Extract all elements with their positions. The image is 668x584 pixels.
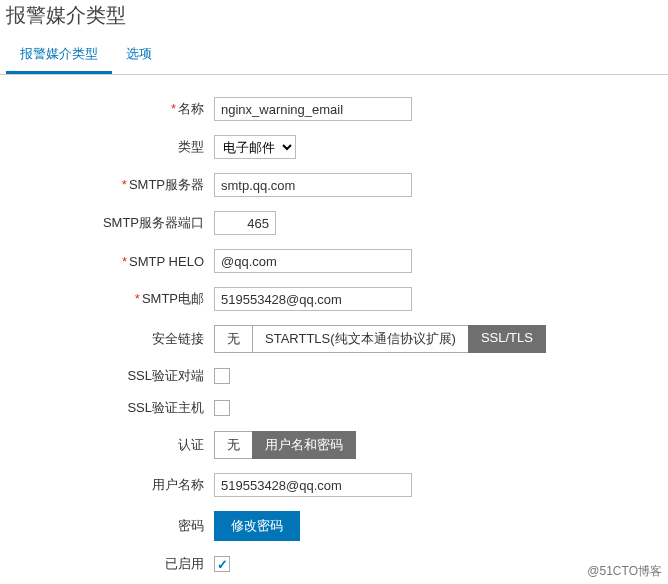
auth-none[interactable]: 无 <box>214 431 253 459</box>
name-label: *名称 <box>6 100 214 118</box>
tab-options[interactable]: 选项 <box>112 37 166 74</box>
username-label: 用户名称 <box>6 476 214 494</box>
security-ssltls[interactable]: SSL/TLS <box>468 325 546 353</box>
page-title: 报警媒介类型 <box>0 0 668 37</box>
ssl-peer-label: SSL验证对端 <box>6 367 214 385</box>
security-starttls[interactable]: STARTTLS(纯文本通信协议扩展) <box>252 325 469 353</box>
tabs: 报警媒介类型 选项 <box>0 37 668 75</box>
username-input[interactable] <box>214 473 412 497</box>
name-input[interactable] <box>214 97 412 121</box>
smtp-port-label: SMTP服务器端口 <box>6 214 214 232</box>
security-label: 安全链接 <box>6 330 214 348</box>
security-segment: 无 STARTTLS(纯文本通信协议扩展) SSL/TLS <box>214 325 546 353</box>
smtp-helo-label: *SMTP HELO <box>6 254 214 269</box>
change-password-button[interactable]: 修改密码 <box>214 511 300 541</box>
security-none[interactable]: 无 <box>214 325 253 353</box>
password-label: 密码 <box>6 517 214 535</box>
smtp-email-input[interactable] <box>214 287 412 311</box>
smtp-helo-input[interactable] <box>214 249 412 273</box>
ssl-host-label: SSL验证主机 <box>6 399 214 417</box>
enabled-checkbox[interactable] <box>214 556 230 572</box>
smtp-server-label: *SMTP服务器 <box>6 176 214 194</box>
ssl-host-checkbox[interactable] <box>214 400 230 416</box>
type-label: 类型 <box>6 138 214 156</box>
type-select[interactable]: 电子邮件 <box>214 135 296 159</box>
watermark: @51CTO博客 <box>587 563 662 580</box>
auth-userpass[interactable]: 用户名和密码 <box>252 431 356 459</box>
auth-segment: 无 用户名和密码 <box>214 431 356 459</box>
smtp-email-label: *SMTP电邮 <box>6 290 214 308</box>
ssl-peer-checkbox[interactable] <box>214 368 230 384</box>
auth-label: 认证 <box>6 436 214 454</box>
tab-media-types[interactable]: 报警媒介类型 <box>6 37 112 74</box>
smtp-server-input[interactable] <box>214 173 412 197</box>
enabled-label: 已启用 <box>6 555 214 573</box>
smtp-port-input[interactable] <box>214 211 276 235</box>
form: *名称 类型 电子邮件 *SMTP服务器 SMTP服务器端口 *SMTP HEL… <box>0 75 668 584</box>
